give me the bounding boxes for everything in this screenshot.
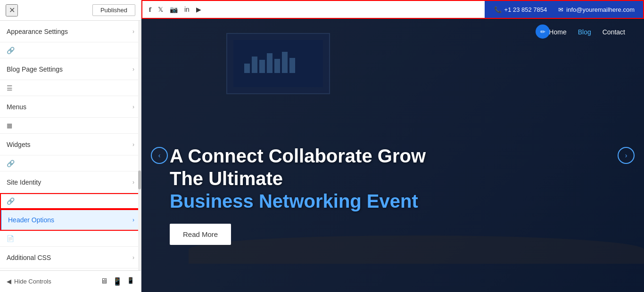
facebook-icon[interactable]: 𝐟 bbox=[149, 6, 151, 14]
close-button[interactable]: ✕ bbox=[6, 4, 18, 16]
chevron-icon: › bbox=[132, 66, 134, 73]
nav-edit-icon[interactable]: ✏ bbox=[536, 24, 550, 39]
hero-content: A Connect Collaborate Grow The Ultimate … bbox=[170, 145, 426, 245]
hero-nav: ✏ Home Blog Contact bbox=[141, 19, 644, 45]
phone-number: +1 23 852 7854 bbox=[504, 6, 547, 13]
css-icon: 📄 bbox=[7, 235, 16, 242]
sidebar-item-site-identity-link[interactable]: 🔗 bbox=[0, 155, 141, 171]
published-button[interactable]: Published bbox=[92, 4, 135, 16]
menu-icon: ☰ bbox=[7, 84, 16, 92]
instagram-icon[interactable]: 📷 bbox=[170, 6, 178, 13]
link-icon: 🔗 bbox=[7, 47, 16, 54]
linkedin-icon[interactable]: in bbox=[184, 6, 190, 13]
chevron-icon: › bbox=[132, 141, 134, 148]
sidebar-item-link-1[interactable]: 🔗 bbox=[0, 42, 141, 58]
twitter-icon[interactable]: 𝕏 bbox=[158, 6, 163, 13]
sidebar-item-additional-css[interactable]: Additional CSS › bbox=[0, 247, 141, 268]
email-icon: ✉ bbox=[558, 6, 563, 13]
nav-link-contact[interactable]: Contact bbox=[603, 28, 625, 36]
link-icon: 🔗 bbox=[7, 197, 16, 205]
main-preview: 𝐟 𝕏 📷 in ▶ 📞 +1 23 852 7854 ✉ info@youre… bbox=[141, 0, 644, 292]
carousel-arrow-right[interactable]: › bbox=[618, 147, 635, 164]
hero-title-line1: A Connect Collaborate Grow bbox=[170, 145, 426, 167]
youtube-icon[interactable]: ▶ bbox=[196, 6, 201, 13]
widgets-icon: ▦ bbox=[7, 122, 16, 129]
chevron-icon: › bbox=[132, 254, 134, 261]
phone-item: 📞 +1 23 852 7854 bbox=[494, 6, 547, 13]
sidebar-item-link-bottom[interactable]: 🔗 bbox=[0, 268, 141, 270]
sidebar-item-site-identity[interactable]: Site Identity › bbox=[0, 171, 141, 193]
sidebar-top-bar: ✕ Published bbox=[0, 0, 141, 21]
sidebar-item-widgets-icon[interactable]: ▦ bbox=[0, 118, 141, 134]
chevron-left-icon: ◀ bbox=[7, 278, 11, 285]
sidebar: ✕ Published Appearance Settings › 🔗 Blog… bbox=[0, 0, 141, 292]
hero-title-line3: Business Networking Event bbox=[170, 190, 426, 212]
email-address: info@youremailhere.com bbox=[566, 6, 635, 13]
phone-icon: 📞 bbox=[494, 6, 502, 13]
nav-links: Home Blog Contact bbox=[549, 28, 625, 36]
preview-topbar: 𝐟 𝕏 📷 in ▶ 📞 +1 23 852 7854 ✉ info@youre… bbox=[141, 0, 644, 19]
email-item: ✉ info@youremailhere.com bbox=[558, 6, 635, 13]
link-icon: 🔗 bbox=[7, 160, 16, 167]
tablet-view-icon[interactable]: 📱 bbox=[113, 277, 122, 286]
nav-link-home[interactable]: Home bbox=[549, 28, 566, 36]
sidebar-items: Appearance Settings › 🔗 Blog Page Settin… bbox=[0, 21, 141, 270]
sidebar-item-additional-css-icon[interactable]: 📄 bbox=[0, 231, 141, 247]
topbar-social: 𝐟 𝕏 📷 in ▶ bbox=[141, 0, 485, 19]
view-icons: 🖥 📱 📱 bbox=[100, 277, 134, 286]
hero-title-line2: The Ultimate bbox=[170, 167, 426, 190]
sidebar-item-menus-icon[interactable]: ☰ bbox=[0, 80, 141, 96]
chevron-icon: › bbox=[132, 28, 134, 35]
sidebar-item-menus[interactable]: Menus › bbox=[0, 96, 141, 118]
sidebar-bottom: ◀ Hide Controls 🖥 📱 📱 bbox=[0, 270, 141, 292]
carousel-arrow-left[interactable]: ‹ bbox=[151, 147, 168, 164]
sidebar-item-header-options-link[interactable]: 🔗 bbox=[0, 193, 141, 209]
nav-link-blog[interactable]: Blog bbox=[578, 28, 591, 36]
read-more-button[interactable]: Read More bbox=[170, 224, 231, 245]
sidebar-item-header-options[interactable]: Header Options › bbox=[0, 209, 141, 231]
chevron-icon: › bbox=[132, 179, 134, 186]
hide-controls-button[interactable]: ◀ Hide Controls bbox=[7, 278, 51, 285]
mobile-view-icon[interactable]: 📱 bbox=[127, 277, 134, 286]
sidebar-item-widgets[interactable]: Widgets › bbox=[0, 134, 141, 155]
chevron-icon: › bbox=[132, 217, 134, 223]
hero-section: ✏ Home Blog Contact ‹ A Connect Collabor… bbox=[141, 19, 644, 292]
topbar-contact: 📞 +1 23 852 7854 ✉ info@youremailhere.co… bbox=[485, 0, 644, 19]
desktop-view-icon[interactable]: 🖥 bbox=[100, 277, 108, 286]
sidebar-item-blog-page-settings[interactable]: Blog Page Settings › bbox=[0, 58, 141, 80]
chevron-icon: › bbox=[132, 104, 134, 110]
sidebar-item-appearance-settings[interactable]: Appearance Settings › bbox=[0, 21, 141, 42]
